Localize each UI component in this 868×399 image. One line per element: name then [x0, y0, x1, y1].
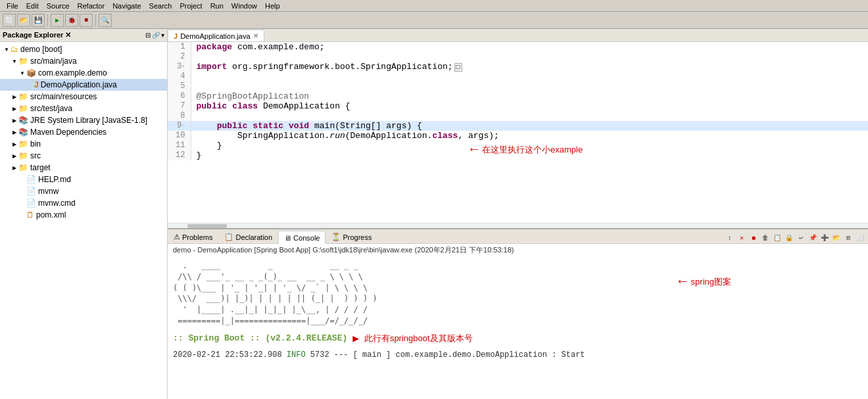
tab-console[interactable]: 🖥 Console: [278, 231, 326, 244]
tree-label-bin: bin: [30, 139, 41, 149]
log-thread: main: [362, 350, 381, 360]
tree-arrow-maven[interactable]: ▶: [11, 129, 18, 135]
tree-item-src-main-resources[interactable]: ▶ 📁 src/main/resources: [0, 91, 167, 103]
tree-label-demo-application: DemoApplication.java: [41, 80, 117, 89]
menu-help[interactable]: Help: [261, 0, 284, 11]
console-icon: 🖥: [284, 234, 291, 242]
toolbar-stop[interactable]: ■: [80, 14, 93, 27]
code-line-5: 5: [168, 82, 868, 91]
tree-item-src-test-java[interactable]: ▶ 📁 src/test/java: [0, 103, 167, 114]
bottom-panel: ⚠ Problems 📋 Declaration 🖥 Console ⏳ Pro…: [168, 228, 868, 399]
menu-source[interactable]: Source: [43, 0, 74, 11]
menu-navigate[interactable]: Navigate: [108, 0, 145, 11]
line-code-8: [191, 111, 868, 121]
sidebar-collapse-all[interactable]: ⊟: [145, 32, 151, 39]
menu-refactor[interactable]: Refactor: [74, 0, 109, 11]
tree-arrow-src-main[interactable]: ▼: [11, 59, 18, 64]
menu-window[interactable]: Window: [228, 0, 261, 11]
tree-item-src-main-java[interactable]: ▼ 📁 src/main/java: [0, 55, 167, 67]
help-icon: 📄: [26, 175, 36, 184]
line-num-1: 1: [168, 42, 191, 52]
console-btn-stop[interactable]: ■: [748, 233, 759, 243]
toolbar-open[interactable]: 📂: [17, 14, 30, 27]
menu-project[interactable]: Project: [176, 0, 206, 11]
tree-label-target: target: [30, 163, 51, 172]
editor-arrow-icon: ←: [470, 142, 478, 157]
toolbar-save[interactable]: 💾: [32, 14, 45, 27]
console-btn-max[interactable]: ⬜: [855, 233, 865, 243]
console-btn-sync[interactable]: ↕: [725, 233, 735, 243]
console-btn-new[interactable]: ➕: [819, 233, 830, 243]
console-btn-new-console[interactable]: ⊞: [843, 233, 854, 243]
src-main-java-icon: 📁: [18, 57, 28, 66]
tree-arrow-bin[interactable]: ▶: [11, 141, 18, 147]
console-btn-terminate[interactable]: ✕: [736, 233, 747, 243]
tree-item-bin[interactable]: ▶ 📁 bin: [0, 138, 167, 150]
sidebar-menu[interactable]: ▾: [161, 32, 164, 39]
editor-content[interactable]: 1 package com.example.demo; 2 3+ import …: [168, 42, 868, 228]
toolbar-search[interactable]: 🔍: [99, 14, 112, 27]
tree-arrow-resources[interactable]: ▶: [11, 94, 18, 100]
console-btn-clear[interactable]: 🗑: [760, 233, 771, 243]
bottom-tabs: ⚠ Problems 📋 Declaration 🖥 Console ⏳ Pro…: [168, 230, 378, 243]
console-content[interactable]: demo - DemoApplication [Spring Boot App]…: [168, 244, 868, 399]
tab-progress[interactable]: ⏳ Progress: [326, 230, 377, 243]
pom-icon: 🗒: [26, 210, 34, 220]
tab-problems[interactable]: ⚠ Problems: [168, 230, 218, 243]
editor-scrollbar[interactable]: [168, 223, 868, 228]
package-explorer-tree[interactable]: ▼ 🗂 demo [boot] ▼ 📁 src/main/java ▼ 📦 co…: [0, 42, 167, 399]
spring-art-annotation-text: spring图案: [691, 276, 731, 288]
editor-scroll-thumb[interactable]: [187, 224, 227, 228]
tab-progress-label: Progress: [343, 233, 372, 241]
code-line-8: 8: [168, 111, 868, 121]
tree-arrow-com[interactable]: ▼: [18, 70, 26, 76]
main-layout: Package Explorer ✕ ⊟ 🔗 ▾ ▼ 🗂 demo [boot]…: [0, 29, 868, 399]
tree-item-maven[interactable]: ▶ 📚 Maven Dependencies: [0, 126, 167, 138]
toolbar-new[interactable]: ⬜: [3, 14, 16, 27]
sidebar-link[interactable]: 🔗: [152, 32, 160, 39]
console-btn-pin[interactable]: 📌: [808, 233, 818, 243]
tree-arrow-mvnw-cmd: [18, 200, 26, 206]
tree-arrow-target[interactable]: ▶: [11, 165, 18, 171]
console-btn-word-wrap[interactable]: ↩: [796, 233, 806, 243]
console-btn-copy[interactable]: 📋: [772, 233, 783, 243]
tree-item-target[interactable]: ▶ 📁 target: [0, 162, 167, 174]
test-icon: 📁: [18, 104, 28, 113]
tree-arrow-src[interactable]: ▶: [11, 153, 18, 159]
declaration-icon: 📋: [224, 233, 233, 241]
tree-item-demo-application[interactable]: J DemoApplication.java: [0, 79, 167, 91]
toolbar-run[interactable]: ▶: [51, 14, 64, 27]
tree-item-demo[interactable]: ▼ 🗂 demo [boot]: [0, 43, 167, 55]
menu-file[interactable]: File: [3, 0, 22, 11]
tree-arrow-test[interactable]: ▶: [11, 106, 18, 112]
tree-item-help[interactable]: 📄 HELP.md: [0, 174, 167, 185]
maven-icon: 📚: [18, 128, 28, 137]
line-code-7: public class DemoApplication {: [191, 101, 868, 111]
editor-tab-demo-application[interactable]: J DemoApplication.java ✕: [168, 30, 264, 41]
toolbar-debug[interactable]: 🐞: [65, 14, 78, 27]
tree-item-src[interactable]: ▶ 📁 src: [0, 150, 167, 162]
tab-declaration[interactable]: 📋 Declaration: [218, 230, 278, 243]
tree-item-mvnw[interactable]: 📄 mvnw: [0, 185, 167, 197]
console-btn-scroll-lock[interactable]: 🔒: [784, 233, 794, 243]
tree-label-help: HELP.md: [38, 175, 71, 184]
menu-search[interactable]: Search: [145, 0, 176, 11]
editor-tab-close[interactable]: ✕: [253, 32, 258, 39]
tree-item-mvnw-cmd[interactable]: 📄 mvnw.cmd: [0, 197, 167, 209]
tree-arrow-demo[interactable]: ▼: [3, 47, 11, 53]
tree-arrow-jre[interactable]: ▶: [11, 118, 18, 124]
tree-label-src-main-resources: src/main/resources: [30, 92, 97, 101]
menu-run[interactable]: Run: [206, 0, 228, 11]
log-level: INFO: [287, 350, 310, 360]
tree-label-maven: Maven Dependencies: [30, 128, 107, 137]
tree-item-pom[interactable]: 🗒 pom.xml: [0, 209, 167, 221]
java-file-icon: J: [34, 80, 39, 89]
tree-item-jre[interactable]: ▶ 📚 JRE System Library [JavaSE-1.8]: [0, 114, 167, 126]
tree-item-com-example-demo[interactable]: ▼ 📦 com.example.demo: [0, 67, 167, 79]
menu-edit[interactable]: Edit: [22, 0, 43, 11]
target-icon: 📁: [18, 163, 28, 172]
demo-icon: 🗂: [11, 45, 18, 54]
line-num-5: 5: [168, 82, 191, 91]
console-btn-open-file[interactable]: 📂: [831, 233, 842, 243]
spring-boot-version-text: :: Spring Boot :: (v2.2.4.RELEASE): [173, 333, 347, 343]
